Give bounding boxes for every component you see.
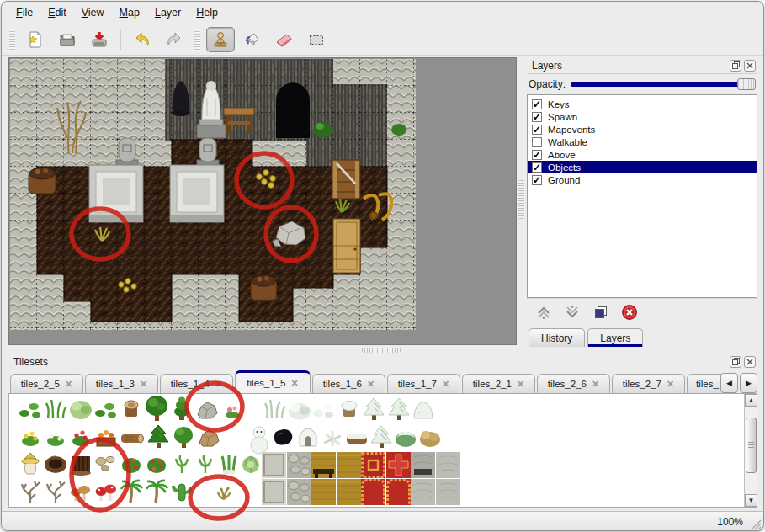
opacity-slider[interactable] [571,77,756,91]
undo-icon [132,29,152,50]
menu-layer[interactable]: Layer [147,4,189,21]
menu-view[interactable]: View [74,4,112,21]
redo-button[interactable] [160,27,189,52]
tab-scroll-left-button[interactable]: ◀ [720,373,738,393]
tab-close-icon[interactable]: ✕ [517,379,524,390]
layer-row-ground[interactable]: ✓ Ground [528,173,757,186]
stone-platform [89,165,143,222]
layer-row-above[interactable]: ✓ Above [528,148,757,161]
barrel [251,275,276,300]
tileset-tab-tiles_1_7[interactable]: tiles_1_7✕ [387,374,460,393]
save-button[interactable] [85,27,114,52]
horizontal-splitter[interactable] [2,347,763,354]
layers-dock: Layers Opacity: ✓ [527,57,757,347]
layer-checkbox[interactable] [532,137,542,147]
stamp-tool-button[interactable] [206,27,235,52]
layer-row-objects[interactable]: ✓ Objects [528,161,757,173]
chevron-down-icon [564,304,581,321]
layer-checkbox[interactable]: ✓ [532,150,542,160]
tilesets-panel: Tilesets tiles_2_5✕ tiles_1_3✕ tiles_1_4… [8,354,757,508]
tab-close-icon[interactable]: ✕ [215,379,222,390]
tab-history[interactable]: History [529,328,585,347]
move-layer-down-button[interactable] [562,302,582,322]
menu-help[interactable]: Help [189,4,226,21]
tab-close-icon[interactable]: ✕ [65,379,72,390]
vertical-splitter[interactable] [517,56,527,347]
layer-row-spawn[interactable]: ✓ Spawn [528,110,757,123]
wooden-door [333,219,360,273]
tab-close-icon[interactable]: ✕ [290,378,298,389]
map-viewport[interactable] [8,57,517,345]
tab-layers[interactable]: Layers [587,328,643,347]
layers-panel-title: Layers [532,60,562,72]
opacity-label: Opacity: [529,78,566,90]
opacity-slider-track[interactable] [571,82,752,87]
layer-checkbox[interactable]: ✓ [532,125,542,135]
toolbar-grip-2[interactable] [194,29,200,51]
select-tool-button[interactable] [302,27,331,52]
redo-icon [164,29,184,50]
tab-close-icon[interactable]: ✕ [442,379,449,390]
tileset-tab-tiles_2_7[interactable]: tiles_2_7✕ [612,374,685,393]
new-file-button[interactable] [21,27,50,52]
fill-tool-button[interactable] [238,27,267,52]
layer-row-mapevents[interactable]: ✓ Mapevents [528,123,757,136]
tileset-scrollbar[interactable]: ▲ ▼ [744,394,757,507]
menu-map[interactable]: Map [112,4,147,21]
move-layer-up-button[interactable] [534,302,554,322]
barrel [29,168,56,194]
eraser-tool-button[interactable] [270,27,299,52]
layer-buttons-row [527,298,757,325]
tab-scroll-right-button[interactable]: ▶ [740,373,757,393]
tab-close-icon[interactable]: ✕ [592,379,599,390]
scroll-down-button[interactable]: ▼ [745,494,757,507]
layer-checkbox[interactable]: ✓ [532,99,542,109]
scrollbar-thumb[interactable] [746,418,757,473]
tileset-tab-tiles_2_6[interactable]: tiles_2_6✕ [537,374,610,393]
open-button[interactable] [53,27,82,52]
layer-checkbox[interactable]: ✓ [532,112,542,122]
float-panel-button[interactable] [730,60,741,72]
tileset-tab-tiles_1_6[interactable]: tiles_1_6✕ [312,374,385,393]
tileset-view[interactable]: ▲ ▼ [8,393,757,508]
tab-close-icon[interactable]: ✕ [367,379,375,390]
layer-checkbox[interactable]: ✓ [532,175,542,185]
resize-grip-icon[interactable] [750,518,762,529]
layer-checkbox[interactable]: ✓ [532,162,542,173]
tab-close-icon[interactable]: ✕ [667,379,674,390]
new-file-icon [25,29,45,50]
close-panel-button[interactable] [744,356,756,368]
duplicate-layer-button[interactable] [591,302,611,322]
map-canvas[interactable] [9,58,516,344]
tileset-tab-tiles_1_4[interactable]: tiles_1_4✕ [160,374,233,393]
layer-label: Ground [548,175,580,185]
tileset-tab-tiles_1_5[interactable]: tiles_1_5✕ [235,370,311,393]
float-panel-button[interactable] [730,356,741,368]
layer-row-keys[interactable]: ✓ Keys [528,98,757,110]
splitter-grip[interactable] [518,180,524,219]
delete-layer-button[interactable] [619,302,640,322]
tileset-canvas[interactable] [9,394,460,507]
tileset-tab-tiles_2_5[interactable]: tiles_2_5✕ [10,374,83,393]
toolbar-grip[interactable] [9,29,15,51]
tileset-tab-tiles_1_3[interactable]: tiles_1_3✕ [85,374,158,393]
dock-tab-bar: History Layers [527,325,757,347]
main-area: Layers Opacity: ✓ [2,56,763,347]
splitter-grip[interactable] [362,348,401,353]
cave-opening [276,82,310,138]
tileset-tab-tiles_2_1[interactable]: tiles_2_1✕ [462,374,535,393]
tilesets-panel-title: Tilesets [13,356,48,368]
scroll-up-button[interactable]: ▲ [745,394,757,407]
tab-close-icon[interactable]: ✕ [140,379,147,390]
tileset-tiles [19,396,460,505]
undo-button[interactable] [128,27,157,52]
opacity-slider-handle[interactable] [737,78,756,90]
layer-label: Objects [548,162,581,173]
close-panel-button[interactable] [744,60,756,72]
layer-row-walkable[interactable]: Walkable [528,136,757,148]
menu-edit[interactable]: Edit [40,4,74,21]
pebbles-tile [96,456,114,471]
small-plant-tile [218,487,231,499]
menu-file[interactable]: File [8,4,40,21]
layer-list[interactable]: ✓ Keys ✓ Spawn ✓ Mapevents Walkable ✓ [527,94,757,298]
